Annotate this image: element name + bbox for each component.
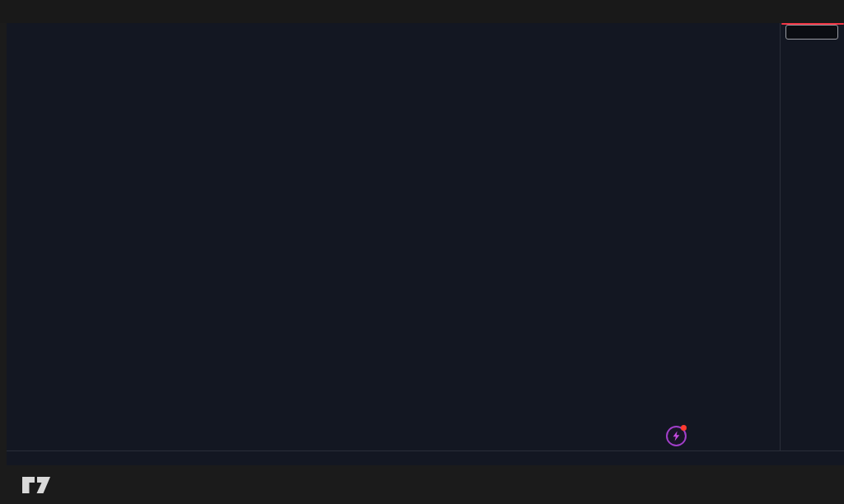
chart-pane[interactable] <box>7 23 780 450</box>
symbol-legend[interactable] <box>13 26 42 36</box>
watermark-bar <box>0 0 844 23</box>
currency-toggle-button[interactable] <box>785 25 838 40</box>
price-axis[interactable] <box>780 23 844 450</box>
last-price-tag <box>781 23 844 25</box>
tradingview-logo[interactable] <box>21 474 51 496</box>
magic-ai-button[interactable] <box>666 426 687 446</box>
time-axis[interactable] <box>7 450 844 465</box>
chart-widget[interactable] <box>7 23 844 465</box>
lightning-bolt-icon <box>670 430 682 442</box>
page <box>0 0 844 504</box>
notification-dot <box>681 425 687 431</box>
footer-bar <box>0 465 844 504</box>
